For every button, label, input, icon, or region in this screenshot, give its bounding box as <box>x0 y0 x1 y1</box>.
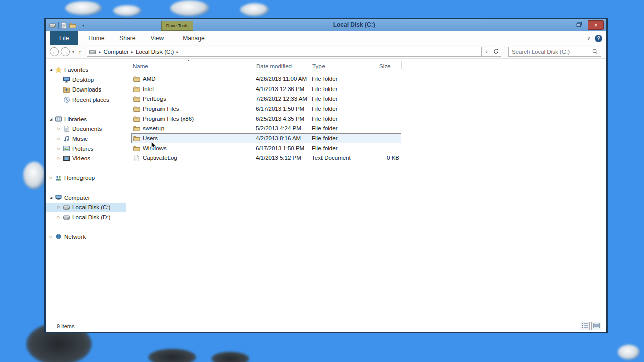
sidebar-item-pictures[interactable]: ▷Pictures <box>46 144 126 154</box>
expanded-expander-icon[interactable]: ◢ <box>48 68 54 72</box>
tab-home[interactable]: Home <box>80 31 112 45</box>
divider <box>79 22 79 29</box>
file-row-amd[interactable]: AMD4/26/2013 11:00 AMFile folder <box>131 74 401 84</box>
file-row-users[interactable]: Users4/2/2013 8:16 AMFile folder <box>131 133 401 143</box>
sidebar-item-label: Music <box>71 136 88 142</box>
column-header-type[interactable]: Type <box>308 59 365 74</box>
forward-button[interactable]: → <box>61 47 70 56</box>
sidebar-item-recent-places[interactable]: Recent places <box>46 95 126 105</box>
back-button[interactable]: ← <box>50 47 59 56</box>
file-date-modified-cell: 4/1/2013 5:12 PM <box>256 155 312 161</box>
expand-ribbon-chevron-icon[interactable]: ∨ <box>587 36 590 41</box>
collapsed-expander-icon[interactable]: ▷ <box>48 235 54 239</box>
file-row-captivatelog[interactable]: CaptivateLog4/1/2013 5:12 PMText Documen… <box>131 153 401 163</box>
file-row-program-files-x86[interactable]: Program Files (x86)6/25/2013 4:35 PMFile… <box>131 114 401 124</box>
large-icons-view-button[interactable] <box>591 322 601 330</box>
recent-locations-chevron-icon[interactable]: ▾ <box>72 50 74 54</box>
desktop-icon <box>62 77 71 83</box>
file-row-swsetup[interactable]: swsetup5/2/2013 4:24 PMFile folder <box>131 123 401 133</box>
sidebar-item-downloads[interactable]: Downloads <box>46 84 126 95</box>
sidebar-item-libraries[interactable]: ◢Libraries <box>46 114 126 124</box>
file-name-cell: Program Files <box>131 106 256 112</box>
sort-ascending-icon: ▴ <box>188 58 190 62</box>
sidebar-item-videos[interactable]: ▷Videos <box>46 154 126 164</box>
collapsed-expander-icon[interactable]: ▷ <box>56 137 62 141</box>
folder-icon <box>133 86 140 92</box>
details-view-button[interactable] <box>580 322 590 330</box>
file-row-windows[interactable]: Windows6/17/2013 1:50 PMFile folder <box>131 143 401 153</box>
sidebar-item-local-disk-c[interactable]: ▷Local Disk (C:) <box>46 203 126 213</box>
collapsed-expander-icon[interactable]: ▷ <box>48 176 54 180</box>
music-icon <box>62 136 71 142</box>
drive-tools-contextual-tab[interactable]: Drive Tools <box>161 21 193 31</box>
tab-view[interactable]: View <box>143 31 171 45</box>
sidebar-item-label: Videos <box>71 155 90 161</box>
search-placeholder: Search Local Disk (C:) <box>512 49 592 55</box>
breadcrumb-segment-local-disk-c[interactable]: Local Disk (C:) <box>136 49 174 55</box>
collapsed-expander-icon[interactable]: ▷ <box>56 147 62 151</box>
sidebar-item-computer[interactable]: ◢Computer <box>46 193 126 203</box>
restore-icon <box>576 22 582 28</box>
explorer-window: ▾ Drive Tools Local Disk (C:) — × File H… <box>44 18 608 333</box>
sidebar-item-favorites[interactable]: ◢Favorites <box>46 65 126 75</box>
file-date-modified-cell: 7/26/2012 12:33 AM <box>256 96 312 102</box>
column-header-name[interactable]: Name ▴ <box>126 59 252 74</box>
sidebar-item-desktop[interactable]: Desktop <box>46 75 126 85</box>
address-dropdown-button[interactable]: ∨ <box>481 47 491 56</box>
collapsed-expander-icon[interactable]: ▷ <box>56 205 62 209</box>
sidebar-item-label: Desktop <box>71 77 94 83</box>
file-row-program-files[interactable]: Program Files6/17/2013 1:50 PMFile folde… <box>131 104 401 114</box>
search-icon[interactable] <box>592 49 598 55</box>
file-name-label: AMD <box>143 76 156 82</box>
pictures-icon <box>62 146 71 151</box>
background-bird-blob <box>618 345 640 360</box>
up-button[interactable]: ↑ <box>78 48 82 56</box>
tab-file[interactable]: File <box>50 31 78 45</box>
column-header-date-modified[interactable]: Date modified <box>252 59 308 74</box>
file-name-label: Intel <box>143 86 154 92</box>
file-row-perflogs[interactable]: PerfLogs7/26/2012 12:33 AMFile folder <box>131 94 401 104</box>
breadcrumb-segment-computer[interactable]: Computer <box>104 49 129 55</box>
folder-icon <box>133 135 140 141</box>
collapsed-expander-icon[interactable]: ▷ <box>56 215 62 219</box>
file-row-intel[interactable]: Intel4/1/2013 12:36 PMFile folder <box>131 84 401 94</box>
collapsed-expander-icon[interactable]: ▷ <box>56 127 62 131</box>
recent-icon <box>62 97 71 103</box>
file-type-cell: File folder <box>312 76 369 82</box>
tab-manage[interactable]: Manage <box>175 31 212 45</box>
search-input[interactable]: Search Local Disk (C:) <box>508 47 601 57</box>
column-header-size[interactable]: Size <box>365 59 402 74</box>
expanded-expander-icon[interactable]: ◢ <box>48 196 54 200</box>
drive-icon[interactable] <box>49 23 56 28</box>
sidebar-item-music[interactable]: ▷Music <box>46 134 126 144</box>
background-bird-blob <box>113 5 141 16</box>
breadcrumb-separator-icon[interactable]: ▸ <box>174 50 181 54</box>
sidebar-item-documents[interactable]: ▷Documents <box>46 124 126 134</box>
minimize-button[interactable]: — <box>555 20 571 30</box>
properties-page-icon[interactable] <box>61 22 67 29</box>
file-list-pane: Name ▴ Date modified Type Size AMD4/26/2… <box>126 59 606 320</box>
sidebar-item-local-disk-d[interactable]: ▷Local Disk (D:) <box>46 212 126 222</box>
address-bar[interactable]: ▸ Computer ▸ Local Disk (C:) ▸ ∨ <box>87 47 501 57</box>
file-name-label: PerfLogs <box>143 96 166 102</box>
sidebar-item-network[interactable]: ▷Network <box>46 232 126 242</box>
help-button[interactable]: ? <box>595 35 602 42</box>
documents-icon <box>62 126 71 132</box>
tab-share[interactable]: Share <box>112 31 143 45</box>
new-folder-icon[interactable] <box>69 22 76 28</box>
sidebar-item-homegroup[interactable]: ▷Homegroup <box>46 173 126 183</box>
file-type-cell: File folder <box>312 86 369 92</box>
expanded-expander-icon[interactable]: ◢ <box>48 117 54 121</box>
collapsed-expander-icon[interactable]: ▷ <box>56 156 62 160</box>
maximize-button[interactable] <box>572 20 587 30</box>
close-button[interactable]: × <box>588 20 604 30</box>
breadcrumb-separator-icon[interactable]: ▸ <box>129 50 136 54</box>
sidebar-item-label: Recent places <box>71 97 109 103</box>
refresh-button[interactable] <box>491 47 501 56</box>
items-count: 9 items <box>57 323 74 329</box>
window-title: Local Disk (C:) <box>333 21 375 28</box>
sidebar-item-label: Favorites <box>63 67 88 73</box>
title-bar[interactable]: ▾ Drive Tools Local Disk (C:) — × <box>46 19 606 31</box>
customize-toolbar-chevron-icon[interactable]: ▾ <box>82 23 84 28</box>
background-bird-blob <box>65 1 102 15</box>
